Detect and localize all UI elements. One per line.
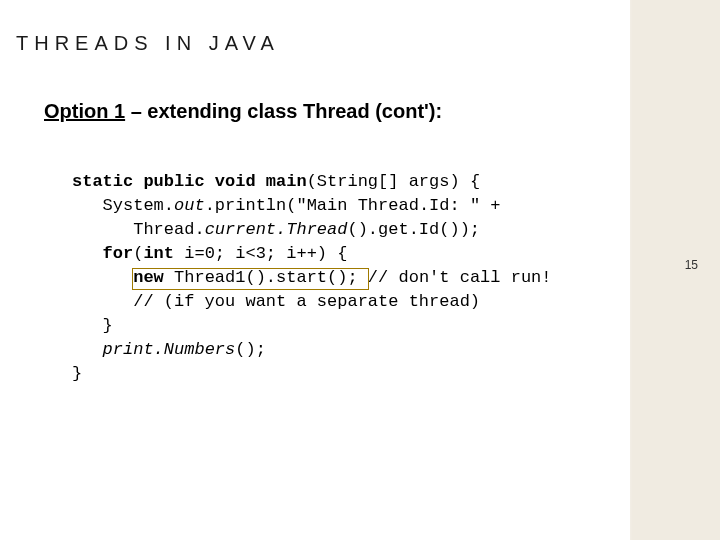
code-l8-pre: [72, 340, 103, 359]
code-l4-pre: [72, 244, 103, 263]
code-l8-post: ();: [235, 340, 266, 359]
subheading-rest: – extending class Thread (cont'):: [125, 100, 442, 122]
slide: THREADS IN JAVA Option 1 – extending cla…: [0, 0, 720, 540]
code-l5-pre: [72, 268, 133, 287]
code-l5-comment: // don't call run!: [358, 268, 552, 287]
subheading-option: Option 1: [44, 100, 125, 122]
code-kw-int: int: [143, 244, 174, 263]
code-currentthread: current.Thread: [205, 220, 348, 239]
code-l2-post: .println("Main Thread.Id: " +: [205, 196, 501, 215]
code-kw-for: for: [103, 244, 134, 263]
code-l1-post: (String[] args) {: [307, 172, 480, 191]
code-l3-pre: Thread.: [72, 220, 205, 239]
code-l7: }: [72, 316, 113, 335]
code-kw-static-public-void: static public void: [72, 172, 266, 191]
code-l6: // (if you want a separate thread): [72, 292, 480, 311]
code-l4-post1: (: [133, 244, 143, 263]
code-out: out: [174, 196, 205, 215]
code-printnumbers: print.Numbers: [103, 340, 236, 359]
page-number: 15: [685, 258, 698, 272]
code-l4-post2: i=0; i<3; i++) {: [174, 244, 347, 263]
code-block: static public void main(String[] args) {…: [72, 170, 552, 386]
highlight-box: [132, 268, 369, 290]
subheading: Option 1 – extending class Thread (cont'…: [44, 100, 442, 123]
page-title: THREADS IN JAVA: [16, 32, 280, 55]
code-l3-post: ().get.Id());: [347, 220, 480, 239]
code-main: main: [266, 172, 307, 191]
decorative-right-band: [630, 0, 720, 540]
code-l2-pre: System.: [72, 196, 174, 215]
code-l9: }: [72, 364, 82, 383]
code-line-highlighted: new Thread1().start();: [72, 266, 358, 290]
